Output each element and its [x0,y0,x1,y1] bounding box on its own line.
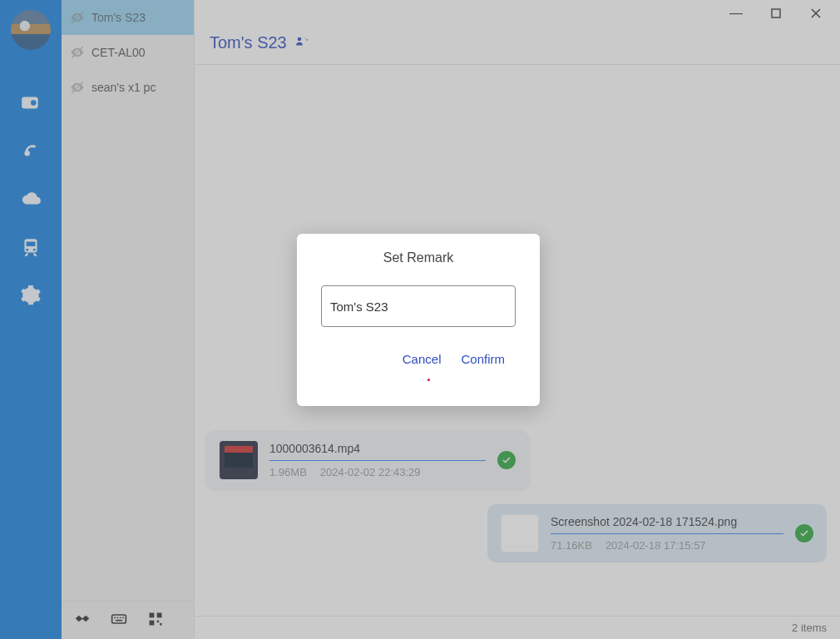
dialog-title: Set Remark [383,250,453,265]
remark-input[interactable] [321,285,516,327]
cursor-dot [427,379,430,381]
confirm-button[interactable]: Confirm [461,352,505,366]
dialog-actions: Cancel Confirm [320,352,516,366]
set-remark-dialog: Set Remark Cancel Confirm [297,234,540,406]
cancel-button[interactable]: Cancel [403,352,442,366]
